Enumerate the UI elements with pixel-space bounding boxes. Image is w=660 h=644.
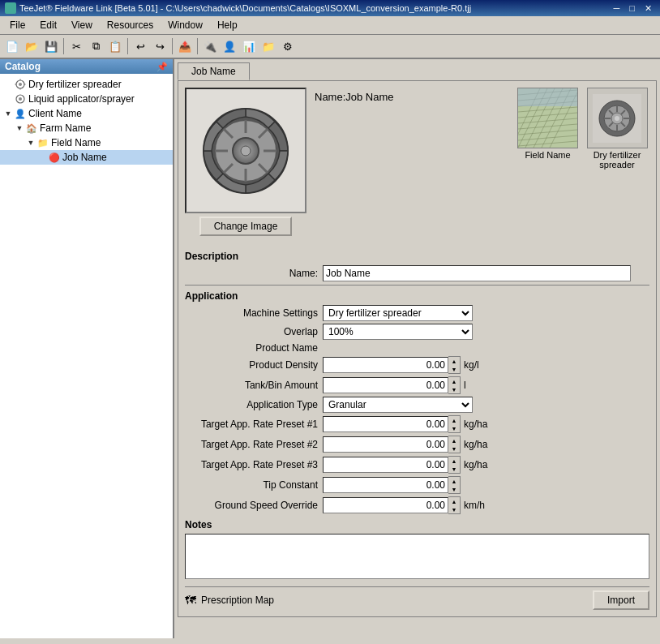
overlap-select[interactable]: 100% 75% 50% 25% 0%	[323, 324, 473, 340]
folder-button[interactable]: 📁	[259, 37, 277, 55]
cut-button[interactable]: ✂	[67, 37, 85, 55]
tank-bin-up[interactable]: ▲	[448, 377, 460, 385]
menu-edit[interactable]: Edit	[33, 18, 63, 32]
target-preset1-down[interactable]: ▼	[448, 424, 460, 432]
tree-label-farm: Farm Name	[40, 122, 91, 134]
tank-bin-down[interactable]: ▼	[448, 385, 460, 393]
target-preset2-down[interactable]: ▼	[448, 444, 460, 453]
machine-settings-label: Machine Settings	[185, 307, 323, 319]
tip-constant-down[interactable]: ▼	[448, 485, 460, 493]
job-top: Change Image Name:Job Name	[185, 88, 649, 243]
sidebar-header: Catalog 📌	[0, 59, 173, 74]
menu-help[interactable]: Help	[211, 18, 244, 32]
thumbnail-field-label: Field Name	[525, 150, 570, 160]
tank-bin-input[interactable]	[323, 377, 448, 393]
prescription-map-icon: 🗺	[185, 594, 196, 607]
job-icon: 🔴	[48, 151, 61, 164]
target-preset3-row: Target App. Rate Preset #3 ▲ ▼ kg/ha	[185, 456, 649, 474]
open-button[interactable]: 📂	[23, 37, 41, 55]
ground-speed-input[interactable]	[323, 497, 448, 513]
main-layout: Catalog 📌 Dry fertilizer spreader	[0, 59, 660, 638]
tree-container[interactable]: Dry fertilizer spreader Liquid applicato…	[0, 74, 173, 638]
ground-speed-up[interactable]: ▲	[448, 497, 460, 505]
tip-constant-spinner-btns: ▲ ▼	[448, 476, 461, 494]
paste-button[interactable]: 📋	[106, 37, 124, 55]
tree-item-client[interactable]: ▼ 👤 Client Name	[0, 106, 173, 121]
expand-icon-job	[37, 152, 47, 162]
change-image-button[interactable]: Change Image	[199, 217, 293, 236]
tree-label-job: Job Name	[62, 152, 107, 163]
target-preset3-spinner-btns: ▲ ▼	[448, 456, 461, 474]
tree-item-farm[interactable]: ▼ 🏠 Farm Name	[0, 121, 173, 135]
notes-section: Notes	[185, 519, 649, 582]
toolbar-sep-3	[172, 38, 173, 54]
notes-textarea[interactable]	[185, 534, 649, 579]
tree-item-field[interactable]: ▼ 📁 Field Name	[0, 135, 173, 150]
undo-button[interactable]: ↩	[131, 37, 149, 55]
chart-button[interactable]: 📊	[240, 37, 258, 55]
tree-item-liquid-sprayer[interactable]: Liquid applicator/sprayer	[0, 92, 173, 106]
minimize-btn[interactable]: ─	[611, 3, 624, 14]
machine-settings-select[interactable]: Dry fertilizer spreader Liquid applicato…	[323, 305, 473, 321]
target-preset3-input[interactable]	[323, 457, 448, 473]
target-preset1-up[interactable]: ▲	[448, 416, 460, 424]
target-preset2-input[interactable]	[323, 436, 448, 453]
spreader-icon	[14, 78, 27, 91]
ground-speed-spinner: ▲ ▼	[323, 496, 461, 514]
export-button[interactable]: 📤	[176, 37, 194, 55]
maximize-btn[interactable]: □	[626, 3, 638, 14]
name-input[interactable]	[323, 265, 631, 281]
redo-button[interactable]: ↪	[151, 37, 169, 55]
connect-button[interactable]: 🔌	[201, 37, 219, 55]
copy-button[interactable]: ⧉	[87, 37, 105, 55]
tree-item-dry-spreader[interactable]: Dry fertilizer spreader	[0, 77, 173, 92]
product-density-up[interactable]: ▲	[448, 357, 460, 365]
farm-icon: 🏠	[25, 122, 38, 135]
sidebar-pin-icon[interactable]: 📌	[156, 62, 168, 72]
menu-window[interactable]: Window	[161, 18, 209, 32]
svg-point-19	[241, 146, 251, 156]
job-name-display: Name:Job Name	[315, 91, 509, 103]
thumbnail-spreader-label: Dry fertilizer spreader	[585, 150, 649, 170]
tip-constant-up[interactable]: ▲	[448, 477, 460, 485]
close-btn[interactable]: ✕	[641, 3, 655, 14]
tab-job-name[interactable]: Job Name	[178, 62, 250, 80]
menu-file[interactable]: File	[3, 18, 32, 32]
job-image-box	[185, 88, 306, 213]
tip-constant-input[interactable]	[323, 477, 448, 493]
settings-button[interactable]: ⚙	[279, 37, 297, 55]
target-preset2-unit: kg/ha	[461, 439, 489, 450]
expand-icon-client: ▼	[3, 109, 13, 118]
target-preset2-up[interactable]: ▲	[448, 436, 460, 444]
target-preset3-up[interactable]: ▲	[448, 457, 460, 465]
product-density-row: Product Density ▲ ▼ kg/l	[185, 356, 649, 374]
menu-resources[interactable]: Resources	[101, 18, 160, 32]
ground-speed-down[interactable]: ▼	[448, 505, 460, 513]
app-type-label: Application Type	[185, 399, 323, 410]
menu-view[interactable]: View	[65, 18, 99, 32]
tree-item-job[interactable]: 🔴 Job Name	[0, 150, 173, 165]
target-preset1-unit: kg/ha	[461, 419, 489, 430]
menu-bar: File Edit View Resources Window Help	[0, 16, 660, 35]
save-button[interactable]: 💾	[42, 37, 60, 55]
window-controls: ─ □ ✕	[611, 3, 655, 14]
thumbnail-field[interactable]: Field Name	[517, 88, 578, 170]
target-preset1-input[interactable]	[323, 416, 448, 432]
thumbnail-spreader[interactable]: Dry fertilizer spreader	[585, 88, 649, 170]
tank-bin-label: Tank/Bin Amount	[185, 380, 323, 391]
product-density-down[interactable]: ▼	[448, 365, 460, 373]
target-preset1-spinner-btns: ▲ ▼	[448, 415, 461, 433]
target-preset3-down[interactable]: ▼	[448, 465, 460, 473]
new-button[interactable]: 📄	[3, 37, 21, 55]
ground-speed-spinner-btns: ▲ ▼	[448, 496, 461, 514]
expand-icon-dry-spreader	[3, 79, 13, 89]
svg-point-7	[19, 97, 22, 101]
prescription-map-area: 🗺 Prescription Map	[185, 594, 274, 607]
tip-constant-label: Tip Constant	[185, 479, 323, 491]
app-type-row: Application Type Granular Liquid	[185, 397, 649, 413]
app-type-select[interactable]: Granular Liquid	[323, 397, 473, 413]
import-button[interactable]: Import	[593, 590, 649, 610]
title-bar: TeeJet® Fieldware Link [Beta 5.01] - C:\…	[0, 0, 660, 16]
product-density-input[interactable]	[323, 357, 448, 373]
user-button[interactable]: 👤	[221, 37, 238, 55]
